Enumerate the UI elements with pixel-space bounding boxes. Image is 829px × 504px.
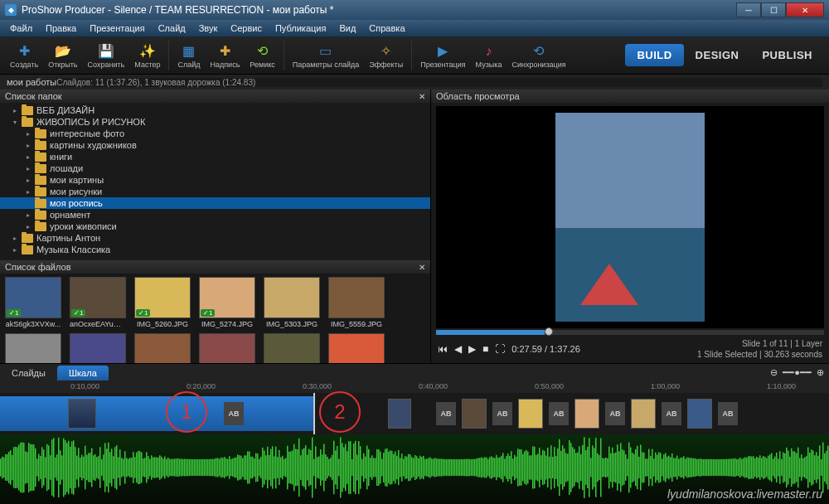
folder-tree[interactable]: ▸ВЕБ ДИЗАЙН▾ЖИВОПИСЬ И РИСУНОК▸интересны… [0,103,430,260]
playhead[interactable] [313,393,315,434]
toolbar-Слайд[interactable]: ▦Слайд [172,41,205,70]
zoom-slider[interactable]: ━━●━━ [783,367,812,378]
transition-clip[interactable]: AB [605,402,625,425]
svg-rect-214 [355,441,356,494]
transition-clip[interactable]: AB [224,402,244,425]
toolbar-Открыть[interactable]: 📂Открыть [43,41,82,70]
svg-rect-121 [201,459,202,476]
toolbar-Создать[interactable]: ✚Создать [5,41,43,70]
toolbar-Музыка[interactable]: ♪Музыка [471,41,507,70]
files-close-icon[interactable]: ✕ [419,263,425,272]
fullscreen-button[interactable]: ⛶ [495,343,505,355]
folder-ЖИВОПИСЬ И РИСУНОК[interactable]: ▾ЖИВОПИСЬ И РИСУНОК [0,116,430,128]
publish-mode-button[interactable]: PUBLISH [750,44,824,66]
svg-rect-31 [51,439,53,496]
folder-уроки живописи[interactable]: ▸уроки живописи [0,220,430,232]
toolbar-Сохранить[interactable]: 💾Сохранить [83,41,130,70]
svg-rect-373 [618,451,620,483]
menu-Слайд[interactable]: Слайд [152,23,192,33]
file-thumb[interactable]: ✓1anOcxeEAYuU.j... [68,277,128,328]
folder-мои рисунки[interactable]: ▸мои рисунки [0,186,430,197]
svg-rect-156 [259,459,260,477]
folder-мои картины[interactable]: ▸мои картины [0,174,430,186]
tab-scale[interactable]: Шкала [57,366,109,380]
zoom-out-icon[interactable]: ⊖ [770,367,778,378]
svg-rect-54 [90,453,91,482]
file-thumb[interactable]: IMG_5559.JPG [327,277,386,328]
timeline-slide[interactable] [68,399,96,429]
scrub-bar[interactable] [436,330,824,335]
menu-Презентация[interactable]: Презентация [83,23,151,33]
timeline-slide[interactable] [574,399,599,429]
svg-rect-64 [106,448,108,486]
timeline-slide[interactable] [518,399,543,429]
folder-книги[interactable]: ▸книги [0,151,430,162]
menu-Сервис[interactable]: Сервис [224,23,269,33]
toolbar-Презентация[interactable]: ▶Презентация [415,41,470,70]
tab-slides[interactable]: Слайды [0,366,57,380]
menu-Звук[interactable]: Звук [192,23,225,33]
transition-clip[interactable]: AB [492,402,512,425]
file-thumb[interactable] [133,333,192,363]
menu-Файл[interactable]: Файл [3,23,39,33]
transition-clip[interactable]: AB [662,402,681,425]
timeline-slide[interactable] [462,399,487,429]
timeline-slide[interactable] [687,399,712,429]
play-button[interactable]: ▶ [468,343,476,355]
playback-time: 0:27.59 / 1:37.26 [511,344,580,354]
toolbar-Синхронизация[interactable]: ⟲Синхронизация [507,41,570,70]
svg-rect-3 [5,454,7,481]
folder-Картины Антон[interactable]: ▸Картины Антон [0,232,430,244]
menu-Вид[interactable]: Вид [332,23,362,33]
slide-track[interactable]: AB 1 2 AB AB AB AB AB AB [0,393,829,434]
menu-Справка[interactable]: Справка [362,23,411,33]
folder-моя роспись[interactable]: моя роспись [0,197,430,209]
file-thumb[interactable] [262,333,322,363]
file-thumb[interactable]: ✓1akS6gk3XVXw... [3,277,63,328]
maximize-button[interactable]: ☐ [761,2,786,17]
file-thumb[interactable] [3,333,63,363]
file-thumb[interactable] [68,333,128,363]
toolbar-Надпись[interactable]: ✚Надпись [205,41,245,70]
toolbar-Ремикс[interactable]: ⟲Ремикс [245,41,279,70]
svg-rect-22 [36,458,38,476]
transition-clip[interactable]: AB [718,402,738,425]
svg-rect-79 [131,458,133,477]
svg-rect-66 [109,452,111,482]
folder-орнамент[interactable]: ▸орнамент [0,209,430,220]
design-mode-button[interactable]: DESIGN [684,44,751,66]
file-thumb[interactable]: ✓1IMG_5274.JPG [197,277,257,328]
svg-rect-225 [373,458,375,477]
build-mode-button[interactable]: BUILD [625,44,683,66]
transition-clip[interactable]: AB [436,402,456,425]
zoom-in-icon[interactable]: ⊕ [817,367,824,378]
menu-Публикация[interactable]: Публикация [269,23,332,33]
step-back-button[interactable]: ◀ [454,343,462,355]
folder-интересные фото[interactable]: ▸интересные фото [0,128,430,139]
timeline-slide[interactable] [388,399,411,429]
folder-картины художников[interactable]: ▸картины художников [0,139,430,151]
svg-rect-439 [728,459,730,477]
audio-track[interactable] [0,434,829,504]
timeline-slide[interactable] [631,399,656,429]
folder-Музыка Классика[interactable]: ▸Музыка Классика [0,244,430,255]
folder-лошади[interactable]: ▸лошади [0,162,430,174]
close-button[interactable]: ✕ [786,2,824,17]
menu-Правка[interactable]: Правка [39,23,83,33]
toolbar-Мастер[interactable]: ✨Мастер [129,41,165,70]
timeline[interactable]: 0:10,0000:20,0000:30,0000:40,0000:50,000… [0,381,829,504]
toolbar-Эффекты[interactable]: ✧Эффекты [364,41,408,70]
toolbar-Параметры слайда[interactable]: ▭Параметры слайда [288,41,365,70]
folders-close-icon[interactable]: ✕ [419,92,425,101]
file-thumb[interactable] [327,333,386,363]
minimize-button[interactable]: ─ [736,2,761,17]
folder-ВЕБ ДИЗАЙН[interactable]: ▸ВЕБ ДИЗАЙН [0,104,430,116]
file-browser[interactable]: ✓1akS6gk3XVXw...✓1anOcxeEAYuU.j...✓1IMG_… [0,274,430,363]
svg-rect-318 [527,452,529,484]
skip-back-button[interactable]: ⏮ [438,343,448,355]
file-thumb[interactable]: IMG_5303.JPG [262,277,322,328]
transition-clip[interactable]: AB [549,402,569,425]
stop-button[interactable]: ■ [482,343,488,355]
file-thumb[interactable] [197,333,257,363]
file-thumb[interactable]: ✓1IMG_5260.JPG [133,277,192,328]
